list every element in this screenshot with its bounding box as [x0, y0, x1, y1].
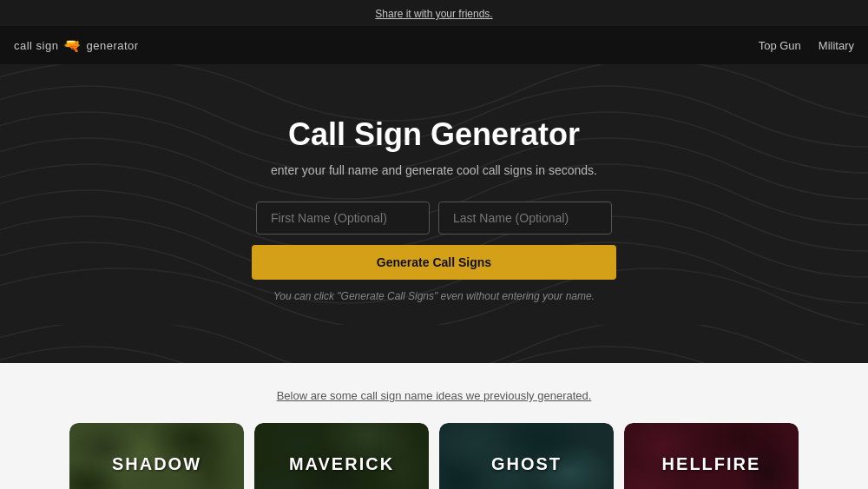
share-link[interactable]: Share it with your friends.	[375, 8, 492, 20]
logo-icon: 🔫	[63, 37, 81, 54]
callsign-label: SHADOW	[112, 454, 201, 474]
callsign-grid: SHADOWMAVERICKGHOSTHELLFIREAIRWOLFBADGER…	[69, 423, 799, 489]
logo-text-2: generator	[86, 39, 138, 52]
nav-links: Top Gun Military	[759, 39, 854, 52]
callsign-label: MAVERICK	[289, 454, 394, 474]
hero-section: Call Sign Generator enter your full name…	[0, 64, 868, 363]
hero-title: Call Sign Generator	[17, 116, 851, 153]
logo-text-1: call sign	[14, 39, 58, 52]
hero-content: Call Sign Generator enter your full name…	[17, 116, 851, 302]
callsign-label: GHOST	[491, 454, 562, 474]
top-banner: Share it with your friends.	[0, 0, 868, 26]
callsign-card[interactable]: HELLFIRE	[624, 423, 799, 489]
callsign-label: HELLFIRE	[662, 454, 761, 474]
navbar: call sign 🔫 generator Top Gun Military	[0, 26, 868, 64]
last-name-input[interactable]	[438, 202, 612, 235]
callsign-card[interactable]: GHOST	[439, 423, 614, 489]
callsign-card[interactable]: MAVERICK	[254, 423, 429, 489]
first-name-input[interactable]	[256, 202, 430, 235]
generate-button[interactable]: Generate Call Signs	[252, 245, 616, 280]
nav-link-top-gun[interactable]: Top Gun	[759, 39, 801, 52]
callsign-card[interactable]: SHADOW	[69, 423, 244, 489]
hint-text: You can click "Generate Call Signs" even…	[17, 290, 851, 302]
nav-link-military[interactable]: Military	[819, 39, 854, 52]
hero-subtitle: enter your full name and generate cool c…	[17, 163, 851, 177]
logo: call sign 🔫 generator	[14, 37, 139, 54]
input-row	[17, 202, 851, 235]
callsigns-section: Below are some call sign name ideas we p…	[0, 363, 868, 489]
section-title: Below are some call sign name ideas we p…	[17, 389, 851, 402]
